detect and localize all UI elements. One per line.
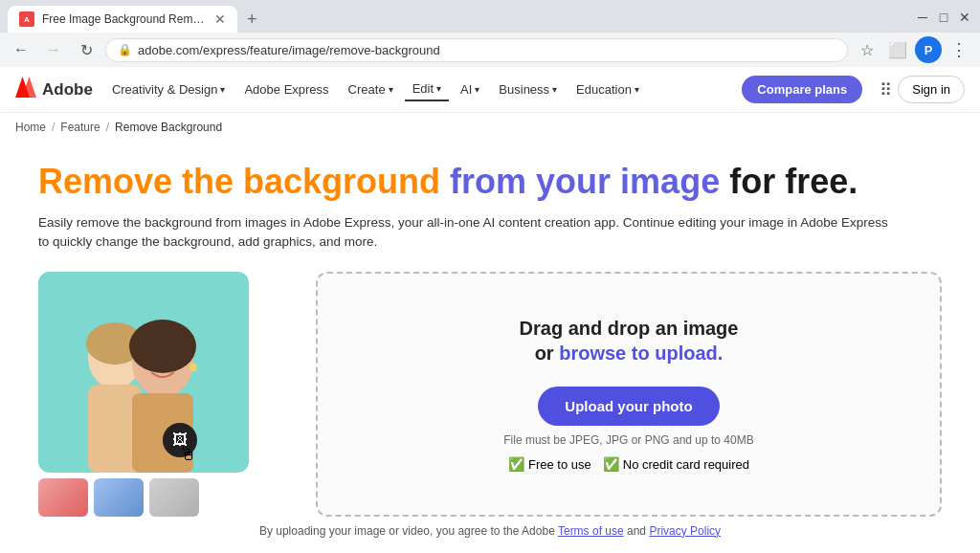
demo-main-image: 🖼 🖱 <box>38 272 249 473</box>
free-to-use-badge: ✅ Free to use <box>508 456 591 472</box>
upload-badges: ✅ Free to use ✅ No credit card required <box>508 456 749 472</box>
upload-title: Drag and drop an image or browse to uplo… <box>520 316 739 365</box>
address-box[interactable]: 🔒 adobe.com/express/feature/image/remove… <box>105 38 848 62</box>
nav-item-create[interactable]: Create ▾ <box>341 78 401 100</box>
nav-item-edit[interactable]: Edit ▾ <box>405 77 449 101</box>
footer-note: By uploading your image or video, you ag… <box>0 517 980 545</box>
reload-button[interactable]: ↻ <box>73 36 100 63</box>
lock-icon: 🔒 <box>118 43 132 56</box>
demo-image-svg <box>38 272 249 473</box>
adobe-navbar: Adobe Creativity & Design ▾ Adobe Expres… <box>0 67 980 113</box>
terms-of-use-link[interactable]: Terms of use <box>558 524 624 538</box>
compare-plans-button[interactable]: Compare plans <box>742 76 862 103</box>
hero-title-dark: for free. <box>720 162 858 201</box>
tab-close-btn[interactable]: ✕ <box>214 11 226 27</box>
hero-title: Remove the background from your image fo… <box>38 161 942 202</box>
minimize-button[interactable]: ─ <box>915 10 930 25</box>
browser-chrome: A Free Image Background Remo... ✕ + ─ □ … <box>0 0 980 67</box>
tab-title: Free Image Background Remo... <box>42 12 207 26</box>
maximize-button[interactable]: □ <box>936 10 951 25</box>
tab-bar: A Free Image Background Remo... ✕ + ─ □ … <box>0 0 980 33</box>
nav-item-express[interactable]: Adobe Express <box>236 78 336 100</box>
hero-title-part1: Remove the background <box>38 162 450 201</box>
address-text: adobe.com/express/feature/image/remove-b… <box>138 43 835 57</box>
breadcrumb-feature[interactable]: Feature <box>60 121 100 134</box>
thumbnail-row <box>38 478 287 517</box>
nav-item-business[interactable]: Business ▾ <box>491 78 565 100</box>
nav-item-education[interactable]: Education ▾ <box>568 78 647 100</box>
breadcrumb-home[interactable]: Home <box>15 121 46 134</box>
check-icon: ✅ <box>508 456 524 472</box>
nav-item-creativity[interactable]: Creativity & Design ▾ <box>104 78 234 100</box>
chevron-icon: ▾ <box>389 84 393 95</box>
main-content: Remove the background from your image fo… <box>0 142 980 517</box>
back-button[interactable]: ← <box>8 36 34 63</box>
address-bar-row: ← → ↻ 🔒 adobe.com/express/feature/image/… <box>0 33 980 67</box>
chevron-icon: ▾ <box>552 84 557 95</box>
forward-button[interactable]: → <box>40 36 67 63</box>
thumbnail-2[interactable] <box>94 478 144 517</box>
grid-icon[interactable]: ⠿ <box>874 74 898 106</box>
cursor-icon: 🖱 <box>180 445 197 465</box>
content-area: 🖼 🖱 Drag and drop an image or browse to … <box>38 272 942 517</box>
demo-image-area: 🖼 🖱 <box>38 272 287 517</box>
chevron-icon: ▾ <box>436 83 441 94</box>
adobe-logo-text: Adobe <box>42 80 93 100</box>
hero-subtitle: Easily remove the background from images… <box>38 213 900 253</box>
address-actions: ☆ ⬜ P ⋮ <box>854 36 972 63</box>
adobe-logo-icon <box>15 77 36 103</box>
menu-button[interactable]: ⋮ <box>946 36 972 63</box>
breadcrumb-separator: / <box>52 121 55 134</box>
nav-items: Creativity & Design ▾ Adobe Express Crea… <box>104 77 742 101</box>
no-credit-card-badge: ✅ No credit card required <box>603 456 749 472</box>
adobe-logo[interactable]: Adobe <box>15 77 93 103</box>
tab-favicon: A <box>19 11 34 27</box>
thumbnail-1[interactable] <box>38 478 88 517</box>
new-tab-button[interactable]: + <box>241 8 263 32</box>
hero-title-colored2: from your image <box>450 162 720 201</box>
chevron-icon: ▾ <box>475 84 479 95</box>
window-controls: ─ □ ✕ <box>915 10 972 29</box>
extensions-button[interactable]: ⬜ <box>884 36 911 63</box>
upload-note: File must be JPEG, JPG or PNG and up to … <box>503 433 753 447</box>
svg-point-9 <box>189 364 197 371</box>
bookmark-button[interactable]: ☆ <box>854 36 880 63</box>
chevron-icon: ▾ <box>635 84 639 95</box>
breadcrumb: Home / Feature / Remove Background <box>0 113 980 142</box>
close-button[interactable]: ✕ <box>957 10 972 25</box>
nav-item-ai[interactable]: AI ▾ <box>453 78 487 100</box>
upload-photo-button[interactable]: Upload your photo <box>538 387 719 426</box>
check-icon: ✅ <box>603 456 619 472</box>
profile-button[interactable]: P <box>915 36 942 63</box>
breadcrumb-separator: / <box>106 121 109 134</box>
sign-in-button[interactable]: Sign in <box>898 76 965 103</box>
chevron-icon: ▾ <box>220 84 225 95</box>
active-tab[interactable]: A Free Image Background Remo... ✕ <box>8 6 237 33</box>
upload-area[interactable]: Drag and drop an image or browse to uplo… <box>316 272 942 517</box>
breadcrumb-current: Remove Background <box>115 121 222 134</box>
browse-link[interactable]: browse to upload. <box>559 343 723 364</box>
thumbnail-3[interactable] <box>149 478 199 517</box>
privacy-policy-link[interactable]: Privacy Policy <box>649 524 721 538</box>
svg-point-8 <box>129 320 196 373</box>
